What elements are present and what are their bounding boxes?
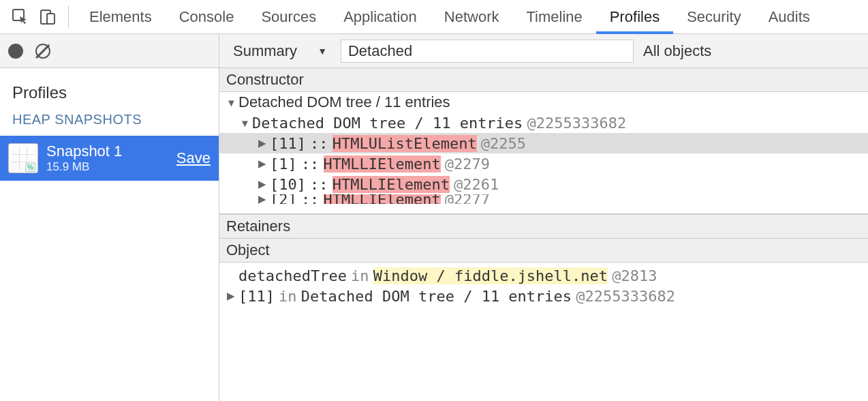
snapshot-name: Snapshot 1 — [46, 143, 168, 160]
tree-row[interactable]: [10] :: HTMLLIElement @2261 — [219, 174, 868, 194]
main-panel: Summary ▼ All objects Constructor Detach… — [219, 34, 868, 401]
retainer-row[interactable]: [11] in Detached DOM tree / 11 entries @… — [226, 286, 861, 306]
snapshot-size: 15.9 MB — [46, 160, 168, 174]
retainer-in: in — [351, 267, 369, 284]
tree-group[interactable]: Detached DOM tree / 11 entries @22553336… — [219, 113, 868, 133]
record-icon[interactable] — [8, 44, 23, 59]
row-class: HTMLLIElement — [324, 194, 441, 204]
object-id: @2255333682 — [576, 288, 675, 305]
disclosure-triangle-icon[interactable] — [258, 178, 267, 190]
disclosure-triangle-icon[interactable] — [258, 158, 267, 170]
disclosure-triangle-icon[interactable] — [240, 117, 249, 129]
disclosure-triangle-icon[interactable] — [226, 290, 236, 302]
disclosure-triangle-icon[interactable] — [258, 194, 267, 204]
row-sep: :: — [301, 155, 320, 173]
tab-profiles[interactable]: Profiles — [596, 0, 673, 33]
tab-application[interactable]: Application — [330, 0, 431, 33]
tab-audits[interactable]: Audits — [755, 0, 824, 33]
devtools-tabbar: Elements Console Sources Application Net… — [0, 0, 868, 34]
object-id: @2279 — [445, 155, 490, 173]
disclosure-triangle-icon[interactable] — [258, 137, 267, 149]
object-id: @2813 — [612, 267, 657, 284]
snapshot-save-link[interactable]: Save — [176, 149, 211, 167]
row-count: [10] — [270, 176, 306, 193]
inspect-element-icon[interactable] — [7, 0, 34, 33]
row-count: [11] — [270, 135, 306, 152]
row-count: [2] — [270, 194, 297, 204]
row-sep: :: — [310, 176, 328, 193]
retainer-scope: Window / fiddle.jshell.net — [373, 267, 608, 284]
svg-rect-2 — [47, 14, 55, 24]
row-class: HTMLLIElement — [332, 176, 450, 193]
clear-icon[interactable] — [35, 44, 50, 59]
retainer-var: detachedTree — [238, 267, 347, 284]
row-sep: :: — [310, 135, 328, 152]
row-sep: :: — [301, 194, 320, 204]
view-dropdown[interactable]: Summary ▼ — [229, 40, 331, 63]
tree-root-label: Detached DOM tree / 11 entries — [238, 93, 450, 111]
disclosure-triangle-icon[interactable] — [226, 97, 236, 108]
tree-row[interactable]: [11] :: HTMLUListElement @2255 — [219, 133, 868, 153]
scope-dropdown[interactable]: All objects — [643, 42, 711, 60]
object-header: Object — [219, 239, 868, 263]
retainers-body: detachedTree in Window / fiddle.jshell.n… — [219, 263, 868, 309]
snapshot-icon — [8, 143, 38, 173]
tree-row[interactable]: [1] :: HTMLLIElement @2279 — [219, 153, 868, 174]
chevron-down-icon: ▼ — [317, 46, 327, 57]
object-id: @2261 — [454, 176, 499, 193]
tree-root[interactable]: Detached DOM tree / 11 entries — [219, 92, 868, 113]
object-id: @2277 — [445, 194, 490, 204]
view-dropdown-label: Summary — [233, 42, 297, 60]
main-toolbar: Summary ▼ All objects — [219, 34, 868, 68]
profiles-sidebar: Profiles HEAP SNAPSHOTS Snapshot 1 15.9 … — [0, 34, 219, 401]
snapshot-item[interactable]: Snapshot 1 15.9 MB Save — [0, 136, 219, 181]
tab-console[interactable]: Console — [166, 0, 248, 33]
row-class: HTMLUListElement — [332, 135, 477, 152]
retainer-row[interactable]: detachedTree in Window / fiddle.jshell.n… — [226, 265, 861, 286]
retainers-header: Retainers — [219, 214, 868, 239]
tab-elements[interactable]: Elements — [76, 0, 166, 33]
tab-security[interactable]: Security — [673, 0, 754, 33]
sidebar-category: HEAP SNAPSHOTS — [0, 112, 219, 136]
retainer-count: [11] — [238, 288, 275, 305]
class-filter-input[interactable] — [341, 40, 634, 63]
tree-group-label: Detached DOM tree / 11 entries — [252, 115, 523, 132]
device-toggle-icon[interactable] — [34, 0, 61, 33]
retainer-in: in — [279, 288, 297, 305]
separator — [68, 5, 69, 28]
tab-timeline[interactable]: Timeline — [512, 0, 595, 33]
retainer-scope: Detached DOM tree / 11 entries — [301, 288, 572, 305]
constructor-tree: Detached DOM tree / 11 entries Detached … — [219, 92, 868, 213]
object-id: @2255 — [481, 135, 526, 152]
row-class: HTMLLIElement — [324, 155, 441, 173]
object-id: @2255333682 — [527, 115, 626, 132]
tab-network[interactable]: Network — [431, 0, 513, 33]
tree-row[interactable]: [2] :: HTMLLIElement @2277 — [219, 194, 868, 204]
row-count: [1] — [270, 155, 297, 173]
sidebar-title: Profiles — [0, 68, 219, 112]
tab-sources[interactable]: Sources — [247, 0, 330, 33]
sidebar-toolbar — [0, 34, 219, 68]
constructor-header: Constructor — [219, 68, 868, 92]
